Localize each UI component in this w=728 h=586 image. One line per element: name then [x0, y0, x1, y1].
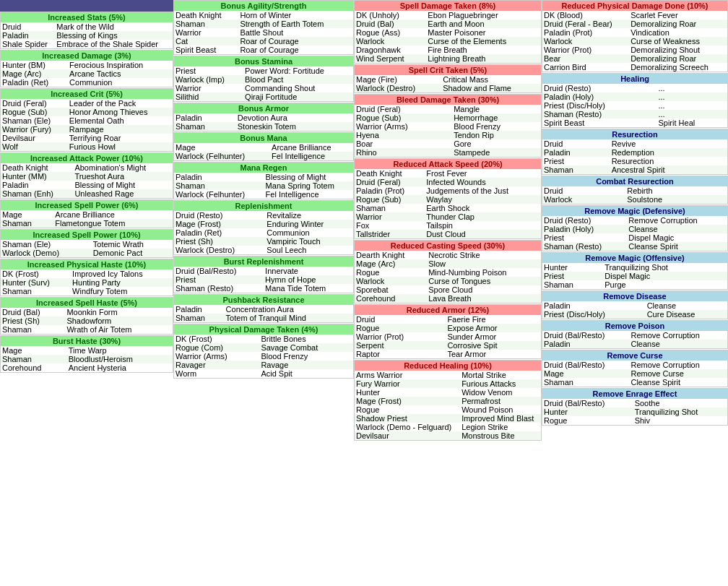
table-row: Warlock (Felhunter)Fel Intelligence	[174, 190, 353, 199]
table-row: Rogue (Ass)Master Poisoner	[355, 28, 541, 37]
table-row: DK (Frost)Improved Icy Talons	[1, 270, 173, 278]
section-table-3: DruidRebirthWarlockSoulstone	[542, 186, 727, 204]
section-header-1: Spell Crit Taken (5%)	[355, 65, 541, 75]
section-3: Increased Attack Power (10%)Death Knight…	[0, 152, 173, 199]
row-value: Legion Strike	[460, 423, 541, 431]
section-header-8: Physical Damage Taken (4%)	[174, 324, 353, 335]
section-2: ResurectionDruidRevivePaladinRedemptionP…	[542, 129, 728, 175]
table-row: Death KnightHorn of Winter	[174, 11, 353, 20]
row-label: Druid	[542, 186, 625, 195]
row-value: Expose Armor	[446, 324, 541, 332]
section-table-1: Druid (Resto)...Paladin (Holy)...Priest …	[542, 84, 727, 127]
row-value: Roar of Courage	[238, 37, 353, 46]
row-value: Ferocious Inspiration	[68, 61, 173, 69]
row-value: Arcane Tactics	[68, 69, 173, 78]
row-value: Horn of Winter	[238, 11, 353, 20]
row-value: Tranquilizing Shot	[633, 408, 727, 416]
row-value: ...	[656, 101, 727, 110]
table-row: Mage (Arc)Arcane Tactics	[1, 69, 173, 78]
section-0: Increased Stats (5%)DruidMark of the Wil…	[0, 12, 173, 49]
row-label: Shaman (Resto)	[174, 284, 264, 293]
section-0: Spell Damage Taken (8%)DK (Unholy)Ebon P…	[354, 0, 542, 64]
row-value: Roar of Courage	[238, 46, 353, 54]
table-row: Carrion BirdDemoralizing Screech	[542, 63, 727, 72]
row-label: Hunter (BM)	[1, 61, 68, 69]
row-value: Permafrost	[460, 397, 541, 405]
row-value: Savage Combat	[259, 343, 353, 352]
table-row: MageArcane Brilliance	[174, 143, 353, 152]
table-row: DruidRevive	[542, 139, 727, 148]
row-value: Master Poisoner	[426, 28, 541, 37]
row-value: Qiraji Fortitude	[243, 92, 353, 101]
table-row: WarlockCurse of Tongues	[355, 277, 541, 285]
row-label: Priest	[174, 275, 264, 284]
row-value: Tailspin	[425, 221, 541, 230]
row-value: Cure Disease	[646, 310, 727, 319]
section-header-4: Reduced Casting Speed (30%)	[355, 241, 541, 251]
table-row: PaladinRedemption	[542, 148, 727, 157]
section-header-2: Bonus Armor	[174, 103, 353, 113]
table-row: ShamanCleanse Spirit	[542, 378, 727, 387]
row-label: Warlock	[542, 37, 629, 46]
row-label: Cat	[174, 37, 238, 46]
row-label: Druid (Bal)	[355, 20, 426, 28]
row-label: Warlock (Felhunter)	[174, 190, 264, 199]
row-label: Shaman	[174, 314, 225, 322]
row-value: Shadow and Flame	[441, 84, 541, 92]
table-row: SerpentCorrosive Spit	[355, 341, 541, 350]
section-4: Mana RegenPaladinBlessing of MightShaman…	[173, 162, 354, 199]
section-header-4: Remove Magic (Defensive)	[542, 206, 727, 216]
table-row: Druid (Feral)Mangle	[355, 105, 541, 113]
section-table-0: DruidMark of the WildPaladinBlessing of …	[1, 22, 173, 48]
row-value: Unleashed Rage	[73, 189, 173, 198]
row-label: Tallstrider	[355, 230, 425, 238]
table-row: FoxTailspin	[355, 221, 541, 230]
row-label: Shadow Priest	[355, 414, 460, 423]
row-value: ...	[656, 92, 727, 101]
table-row: ShamanTotem of Tranquil Mind	[174, 314, 353, 322]
table-row: Death KnightAbomination's Might	[1, 163, 173, 172]
section-table-5: HunterTranquilizing ShotPriestDispel Mag…	[542, 263, 727, 289]
table-row: Paladin (Ret)Communion	[1, 78, 173, 87]
row-label: Paladin	[542, 301, 646, 310]
row-label: Warrior (Prot)	[355, 332, 446, 341]
section-4: Remove Magic (Defensive)Druid (Resto)Rem…	[542, 205, 728, 251]
table-row: Shaman (Ele)Elemental Oath	[1, 116, 173, 125]
row-value: Cleanse	[629, 340, 727, 348]
section-table-4: Dearth KnightNecrotic StrikeMage (Arc)Sl…	[355, 251, 541, 303]
row-label: Priest	[542, 233, 627, 242]
table-row: PaladinDevotion Aura	[174, 113, 353, 122]
row-value: Flametongue Totem	[53, 219, 173, 228]
row-label: Sporebat	[355, 285, 427, 294]
row-value: Ebon Plaguebringer	[426, 11, 541, 20]
table-row: Druid (Bal)Moonkin Form	[1, 308, 173, 316]
table-row: ShamanBloodlust/Heroism	[1, 355, 173, 363]
table-row: PaladinBlessing of Might	[174, 173, 353, 181]
row-value: Wound Poison	[460, 405, 541, 414]
row-value: Acid Spit	[259, 369, 353, 378]
table-row: TallstriderDust Cloud	[355, 230, 541, 238]
row-value: ...	[656, 84, 727, 92]
row-value: Tranquilizing Shot	[603, 263, 727, 272]
table-row: WarriorBattle Shout	[174, 28, 353, 37]
section-table-2: DruidRevivePaladinRedemptionPriestResure…	[542, 139, 727, 174]
table-row: Shaman (Resto)Mana Tide Totem	[174, 284, 353, 293]
section-1: Increased Damage (3%)Hunter (BM)Ferociou…	[0, 50, 173, 87]
row-value: Elemental Oath	[68, 116, 173, 125]
table-row: CorehoundAncient Hysteria	[1, 363, 173, 372]
row-label: Priest (Sh)	[1, 316, 65, 325]
row-value: Slow	[427, 259, 541, 268]
table-row: Druid (Bal/Resto)Remove Corruption	[542, 361, 727, 369]
row-value: Blood Frenzy	[452, 122, 541, 131]
row-label: Mage (Arc)	[355, 259, 427, 268]
row-label: Paladin (Ret)	[174, 228, 265, 237]
row-label: Warrior (Arms)	[355, 122, 452, 131]
row-value: Widow Venom	[460, 388, 541, 397]
row-value: Abomination's Might	[73, 163, 173, 172]
section-5: Reduced Armor (12%)DruidFaerie FireRogue…	[354, 304, 542, 359]
row-value: Remove Curse	[629, 369, 727, 378]
row-label: Paladin	[1, 181, 73, 189]
row-label: Dearth Knight	[355, 251, 427, 259]
row-value: Curse of the Elements	[426, 37, 541, 46]
row-label: Shaman	[542, 378, 629, 387]
